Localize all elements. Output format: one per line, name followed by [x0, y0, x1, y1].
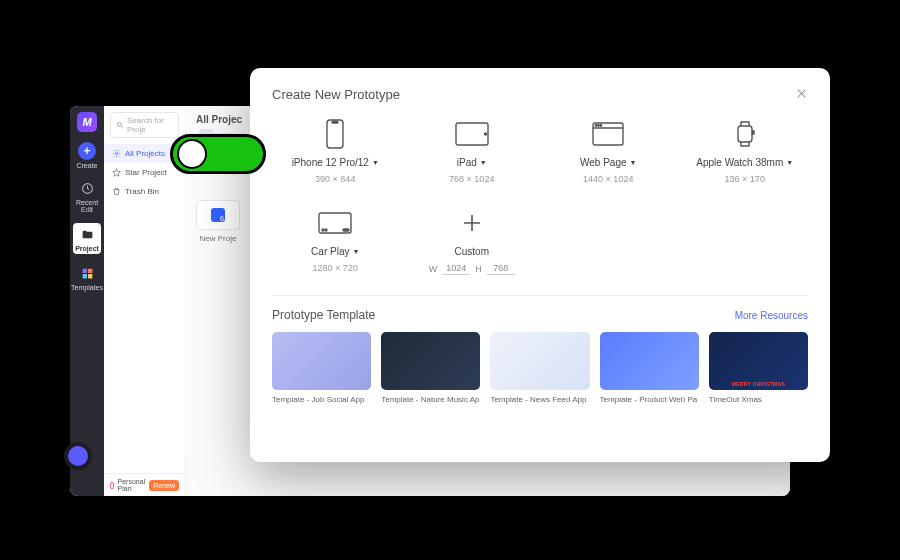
- search-input[interactable]: Search for Proje: [110, 112, 179, 138]
- svg-point-19: [322, 229, 324, 231]
- left-rail: M + Create Recent Edit Project Templates: [70, 106, 104, 496]
- search-placeholder: Search for Proje: [127, 116, 173, 134]
- svg-point-10: [484, 133, 486, 135]
- rail-create[interactable]: + Create: [76, 142, 97, 169]
- chevron-down-icon: ▼: [352, 248, 359, 255]
- custom-size-inputs: W 1024 H 768: [429, 263, 515, 275]
- device-dim: 136 × 170: [725, 174, 765, 184]
- card-label: New Proje: [200, 234, 237, 243]
- template-thumb: [600, 332, 699, 390]
- device-dim: 390 × 844: [315, 174, 355, 184]
- annotation-toggle[interactable]: [170, 134, 266, 174]
- device-iphone[interactable]: iPhone 12 Pro/12▼ 390 × 844: [272, 117, 399, 184]
- template-label: Template - Product Web Pa: [600, 395, 699, 404]
- device-label: iPad: [457, 157, 477, 168]
- sidebar-item-trash-bin[interactable]: Trash Bin: [104, 182, 185, 201]
- clock-icon: [78, 179, 96, 197]
- browser-icon: [592, 117, 624, 151]
- svg-point-6: [115, 152, 117, 154]
- template-card[interactable]: Template - Job Social App: [272, 332, 371, 404]
- rail-recent-label: Recent Edit: [70, 199, 104, 213]
- watch-icon: [735, 117, 755, 151]
- grid-icon: [78, 264, 96, 282]
- svg-point-14: [598, 125, 599, 126]
- folder-icon: [78, 225, 96, 243]
- rail-templates[interactable]: Templates: [71, 264, 103, 291]
- sidebar-item-label: Trash Bin: [125, 187, 159, 196]
- close-icon: [795, 87, 808, 100]
- toggle-knob: [177, 139, 207, 169]
- device-watch[interactable]: Apple Watch 38mm▼ 136 × 170: [682, 117, 809, 184]
- template-card[interactable]: TimeOut Xmas: [709, 332, 808, 404]
- custom-width-input[interactable]: 1024: [442, 263, 470, 275]
- plus-icon: +: [78, 142, 96, 160]
- device-label: Apple Watch 38mm: [696, 157, 783, 168]
- decorative-blob: [68, 446, 88, 466]
- trash-icon: [112, 187, 121, 196]
- chevron-down-icon: ▼: [480, 159, 487, 166]
- template-label: Template - Nature Music Ap: [381, 395, 480, 404]
- svg-point-20: [325, 229, 327, 231]
- svg-rect-16: [738, 126, 752, 142]
- device-ipad[interactable]: iPad▼ 768 × 1024: [409, 117, 536, 184]
- device-label: Custom: [455, 246, 489, 257]
- template-card[interactable]: Template - Nature Music Ap: [381, 332, 480, 404]
- modal-title: Create New Prototype: [272, 87, 400, 102]
- svg-rect-3: [82, 274, 86, 278]
- template-card[interactable]: Template - Product Web Pa: [600, 332, 699, 404]
- rail-recent[interactable]: Recent Edit: [70, 179, 104, 213]
- h-label: H: [475, 264, 482, 274]
- tablet-icon: [455, 117, 489, 151]
- template-label: Template - Job Social App: [272, 395, 371, 404]
- plan-label: Personal Plan: [118, 478, 146, 492]
- device-label: Car Play: [311, 246, 349, 257]
- template-thumb: [381, 332, 480, 390]
- gear-icon: [112, 149, 121, 158]
- custom-height-input[interactable]: 768: [487, 263, 515, 275]
- svg-rect-2: [88, 268, 92, 272]
- rail-project-label: Project: [75, 245, 99, 252]
- template-card[interactable]: Template - News Feed App: [490, 332, 589, 404]
- template-thumb: [709, 332, 808, 390]
- create-prototype-modal: Create New Prototype iPhone 12 Pro/12▼ 3…: [250, 68, 830, 462]
- close-button[interactable]: [795, 86, 808, 103]
- template-thumb: [272, 332, 371, 390]
- project-thumb: [196, 200, 240, 230]
- chevron-down-icon: ▼: [372, 159, 379, 166]
- template-thumb: [490, 332, 589, 390]
- device-custom[interactable]: Custom W 1024 H 768: [409, 206, 536, 275]
- svg-point-15: [601, 125, 602, 126]
- device-dim: 1440 × 1024: [583, 174, 633, 184]
- template-label: Template - News Feed App: [490, 395, 589, 404]
- template-section-title: Prototype Template: [272, 308, 375, 322]
- w-label: W: [429, 264, 438, 274]
- sidebar-item-label: Star Project: [125, 168, 167, 177]
- divider: [272, 295, 808, 296]
- svg-point-5: [117, 122, 121, 126]
- app-thumb-icon: [211, 208, 225, 222]
- device-dim: 1280 × 720: [313, 263, 358, 273]
- sidebar-item-label: All Projects: [125, 149, 165, 158]
- rail-create-label: Create: [76, 162, 97, 169]
- svg-rect-8: [332, 122, 338, 124]
- device-web[interactable]: Web Page▼ 1440 × 1024: [545, 117, 672, 184]
- app-logo-icon: M: [77, 112, 97, 132]
- renew-button[interactable]: Renew: [149, 480, 179, 491]
- project-card[interactable]: New Proje: [196, 200, 240, 243]
- device-carplay[interactable]: Car Play▼ 1280 × 720: [272, 206, 399, 275]
- more-resources-link[interactable]: More Resources: [735, 310, 808, 321]
- rail-project[interactable]: Project: [73, 223, 101, 254]
- device-dim: 768 × 1024: [449, 174, 494, 184]
- svg-rect-4: [88, 274, 92, 278]
- svg-rect-7: [327, 120, 343, 148]
- svg-rect-1: [82, 268, 86, 272]
- chevron-down-icon: ▼: [630, 159, 637, 166]
- device-label: iPhone 12 Pro/12: [292, 157, 369, 168]
- chevron-down-icon: ▼: [786, 159, 793, 166]
- sidebar-item-star-project[interactable]: Star Project: [104, 163, 185, 182]
- device-label: Web Page: [580, 157, 627, 168]
- rail-templates-label: Templates: [71, 284, 103, 291]
- star-icon: [112, 168, 121, 177]
- svg-rect-17: [752, 131, 754, 134]
- plan-dot-icon: [110, 482, 114, 489]
